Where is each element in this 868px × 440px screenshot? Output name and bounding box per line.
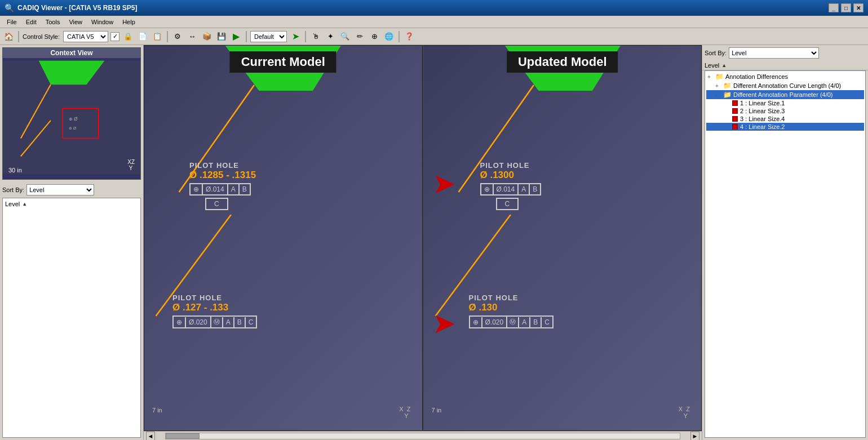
close-button[interactable]: ✕ xyxy=(853,3,863,12)
context-view-canvas: ⊕ Ø ⊕ Ø 30 in XZ Y xyxy=(3,58,140,177)
left-sort-select[interactable]: Level xyxy=(26,184,94,195)
minimize-button[interactable]: _ xyxy=(829,3,839,12)
updated-ph1-value: Ø .1300 xyxy=(480,170,542,181)
current-ph1-value: Ø .1285 - .1315 xyxy=(189,170,256,181)
context-view-title: Context View xyxy=(3,48,140,58)
right-panel: Sort By: Level Level ▲ + 📁 Annotation Di… xyxy=(702,45,868,440)
tree-item-linear-size-3[interactable]: 2 : Linear Size.3 xyxy=(706,107,864,115)
tree-label-ls3: 2 : Linear Size.3 xyxy=(740,108,785,114)
toolbar-btn-10[interactable]: ✦ xyxy=(324,30,336,43)
current-pilot-hole-1: PILOT HOLE Ø .1285 - .1315 ⊕ Ø.014 A B C xyxy=(189,161,256,210)
titlebar-controls: _ □ ✕ xyxy=(829,3,863,12)
left-level-header: Level ▲ xyxy=(4,199,139,208)
left-level-panel: Level ▲ xyxy=(2,198,141,438)
context-view: Context View ⊕ Ø ⊕ Ø 30 in xyxy=(2,47,141,180)
updated-model-title: Updated Model xyxy=(507,51,618,73)
current-ph1-label: PILOT HOLE xyxy=(189,161,256,170)
main-area: Context View ⊕ Ø ⊕ Ø 30 in xyxy=(0,45,868,440)
models-container: Current Model PILOT HOLE Ø .1285 - .1315… xyxy=(144,45,702,431)
current-model-title: Current Model xyxy=(230,51,336,73)
toolbar-btn-13[interactable]: ⊕ xyxy=(368,30,380,43)
toolbar-btn-5[interactable]: ⚙ xyxy=(171,30,184,43)
scrollbar-track[interactable] xyxy=(165,433,680,439)
current-ph1-tolerance: ⊕ Ø.014 A B xyxy=(189,183,256,195)
red-square-ls3 xyxy=(732,108,738,114)
scroll-right-btn[interactable]: ► xyxy=(690,432,699,441)
right-tree: + 📁 Annotation Differences + 📁 Different… xyxy=(705,70,866,438)
toolbar-sep-4 xyxy=(305,31,306,42)
updated-ph2-value: Ø .130 xyxy=(469,302,553,313)
toolbar-btn-6[interactable]: ↔ xyxy=(186,30,198,43)
toolbar-btn-help[interactable]: ❓ xyxy=(403,30,415,43)
right-level-label: Level xyxy=(705,62,719,69)
tree-item-curve-length[interactable]: + 📁 Different Annotation Curve Length (4… xyxy=(706,81,864,90)
maximize-button[interactable]: □ xyxy=(841,3,851,12)
current-model-axes: X Z Y xyxy=(399,406,410,419)
updated-model-scale: 7 in xyxy=(432,407,442,414)
current-ph2-tolerance: ⊕ Ø.020 Ⓜ A B C xyxy=(172,315,257,328)
toolbar-btn-arrow[interactable]: ➤ xyxy=(289,30,302,43)
menu-file[interactable]: File xyxy=(2,17,21,26)
toolbar-sep-3 xyxy=(246,31,247,42)
updated-ph1-tolerance: ⊕ Ø.014 A B xyxy=(480,183,542,195)
updated-model-pane: Updated Model ➤ PILOT HOLE Ø .1300 xyxy=(423,45,702,431)
toolbar-btn-12[interactable]: ✏ xyxy=(353,30,366,43)
left-sort: Sort By: Level xyxy=(0,182,143,198)
center-view: Current Model PILOT HOLE Ø .1285 - .1315… xyxy=(144,45,702,440)
updated-pilot-hole-2: PILOT HOLE Ø .130 ⊕ Ø.020 Ⓜ A B C xyxy=(469,294,553,328)
app-icon: 🔍 xyxy=(5,3,14,12)
toolbar-btn-4[interactable]: 📋 xyxy=(151,30,163,43)
current-ph2-value: Ø .127 - .133 xyxy=(172,302,257,313)
toolbar-btn-play[interactable]: ▶ xyxy=(230,30,242,43)
tree-item-linear-size-4[interactable]: 3 : Linear Size.4 xyxy=(706,115,864,123)
current-model-pane: Current Model PILOT HOLE Ø .1285 - .1315… xyxy=(144,45,423,431)
folder-icon-curve-length: 📁 xyxy=(723,82,732,90)
tree-expand-annotation-diff[interactable]: + xyxy=(707,74,715,80)
menubar: File Edit Tools View Window Help xyxy=(0,16,868,28)
tree-item-linear-size-2[interactable]: 4 : Linear Size.2 xyxy=(706,123,864,131)
scroll-left-btn[interactable]: ◄ xyxy=(146,432,155,441)
toolbar-btn-3[interactable]: 📄 xyxy=(136,30,149,43)
tree-expand-ls3 xyxy=(724,108,732,114)
tree-label-ls4: 3 : Linear Size.4 xyxy=(740,115,785,122)
right-sort-arrow-icon: ▲ xyxy=(721,63,727,68)
tree-label-annotation-param: Different Annotation Parameter (4/0) xyxy=(733,91,833,98)
control-style-label: Control Style: xyxy=(23,33,60,40)
toolbar-btn-14[interactable]: 🌐 xyxy=(383,30,395,43)
red-square-ls2 xyxy=(732,124,738,130)
tree-item-linear-size-1[interactable]: 1 : Linear Size.1 xyxy=(706,99,864,107)
menu-help[interactable]: Help xyxy=(118,17,140,26)
toolbar-sep-5 xyxy=(398,31,400,42)
red-arrow-1: ➤ xyxy=(432,170,456,198)
tree-label-ls1: 1 : Linear Size.1 xyxy=(740,100,785,106)
default-select[interactable]: Default xyxy=(250,31,287,42)
toolbar-btn-8[interactable]: 💾 xyxy=(215,30,228,43)
control-style-select[interactable]: CATIA V5 xyxy=(63,31,108,42)
menu-tools[interactable]: Tools xyxy=(41,17,65,26)
tree-label-annotation-diff: Annotation Differences xyxy=(725,73,788,80)
tree-item-annotation-param[interactable]: - 📁 Different Annotation Parameter (4/0) xyxy=(706,90,864,99)
tree-expand-ls4 xyxy=(724,116,732,122)
updated-model-axes: X Z Y xyxy=(679,406,690,419)
toolbar-btn-2[interactable]: 🔒 xyxy=(122,30,134,43)
toolbar-sep-1 xyxy=(18,31,19,42)
tree-expand-annotation-param[interactable]: - xyxy=(715,92,723,98)
toolbar-home-btn[interactable]: 🏠 xyxy=(2,30,15,43)
right-sort-label: Sort By: xyxy=(705,50,727,56)
context-view-axes: XZ Y xyxy=(127,159,135,171)
menu-window[interactable]: Window xyxy=(87,17,118,26)
toolbar-check-1[interactable]: ✓ xyxy=(110,32,119,41)
toolbar-btn-11[interactable]: 🔍 xyxy=(339,30,351,43)
scrollbar-area: ◄ ► xyxy=(144,431,702,440)
scrollbar-thumb[interactable] xyxy=(166,433,200,439)
toolbar-btn-7[interactable]: 📦 xyxy=(201,30,213,43)
tree-expand-curve-length[interactable]: + xyxy=(715,83,723,89)
tree-label-curve-length: Different Annotation Curve Length (4/0) xyxy=(733,82,841,89)
toolbar-btn-9[interactable]: 🖱 xyxy=(309,30,322,43)
menu-view[interactable]: View xyxy=(64,17,87,26)
right-sort-select[interactable]: Level xyxy=(729,47,819,59)
right-sort: Sort By: Level xyxy=(702,45,868,61)
menu-edit[interactable]: Edit xyxy=(21,17,41,26)
tree-item-annotation-diff[interactable]: + 📁 Annotation Differences xyxy=(706,72,864,81)
svg-text:⊕ Ø: ⊕ Ø xyxy=(69,126,77,131)
